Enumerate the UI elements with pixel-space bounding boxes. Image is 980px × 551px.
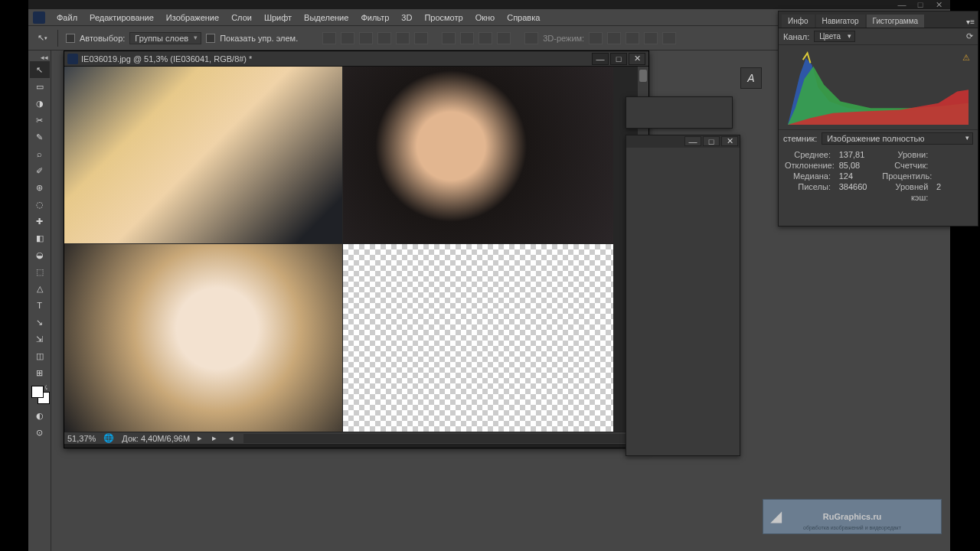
tab-navigator[interactable]: Навигатор: [816, 15, 865, 28]
tool-screenmode[interactable]: ⊙: [30, 424, 50, 441]
app-close-button[interactable]: ✕: [933, 1, 944, 8]
tool-lasso[interactable]: ◑: [30, 95, 50, 112]
align-vcenter-icon[interactable]: [341, 32, 354, 44]
image-quadrant-empty: [343, 244, 613, 432]
document-title: IE036019.jpg @ 51,3% (IE036041, RGB/8#) …: [81, 54, 252, 64]
tool-quickmask[interactable]: ◐: [30, 407, 50, 424]
menu-layer[interactable]: Слои: [226, 11, 257, 24]
show-transform-label: Показать упр. элем.: [220, 34, 298, 43]
tool-type[interactable]: T: [30, 297, 50, 314]
hscroll-left-icon[interactable]: ▸: [210, 433, 219, 443]
source-dropdown[interactable]: Изображение полностью: [822, 132, 973, 145]
character-panel-icon[interactable]: А: [744, 71, 758, 85]
doc-maximize-button[interactable]: □: [610, 53, 627, 65]
tool-eraser[interactable]: ✚: [30, 213, 50, 230]
tool-shape[interactable]: ⇲: [30, 331, 50, 347]
show-transform-checkbox[interactable]: [206, 34, 215, 43]
tool-history-brush[interactable]: ◌: [30, 196, 50, 213]
tool-dodge[interactable]: ⬚: [30, 263, 50, 280]
image-quadrant-1: [64, 67, 342, 243]
color-swatch[interactable]: ⤹: [30, 384, 50, 407]
menu-help[interactable]: Справка: [501, 11, 545, 24]
histogram-stats: Среднее:137,81 Уровни: Отклонение:85,08 …: [779, 146, 978, 209]
tool-heal[interactable]: ⌕: [30, 145, 50, 162]
align-left-icon[interactable]: [377, 32, 391, 44]
3d-zoom-icon[interactable]: [662, 32, 676, 44]
tool-crop[interactable]: ✂: [30, 112, 50, 129]
tab-info[interactable]: Инфо: [782, 15, 815, 28]
align-top-icon[interactable]: [322, 32, 336, 44]
menu-window[interactable]: Окно: [470, 11, 501, 24]
auto-select-checkbox[interactable]: [66, 34, 75, 43]
source-label: стемник:: [783, 134, 817, 143]
hscroll-play-icon[interactable]: ◂: [227, 433, 236, 443]
tool-marquee[interactable]: ▭: [30, 78, 50, 95]
floating-panel-tall[interactable]: — □ ✕: [626, 135, 740, 456]
tool-pen[interactable]: △: [30, 280, 50, 297]
app-minimize-button[interactable]: —: [897, 1, 907, 8]
doc-size-value: Док: 4,40M/6,96M: [122, 434, 190, 443]
tool-gradient[interactable]: ◧: [30, 230, 50, 246]
document-status-bar: 51,37% 🌐 Док: 4,40M/6,96M ▸ ▸ ◂ ▸: [64, 432, 648, 444]
align-right-icon[interactable]: [414, 32, 428, 44]
channel-label: Канал:: [783, 32, 809, 41]
tool-stamp[interactable]: ⊛: [30, 179, 50, 196]
doc-minimize-button[interactable]: —: [592, 53, 609, 65]
align-bottom-icon[interactable]: [359, 32, 373, 44]
tab-histogram[interactable]: Гистограмма: [867, 15, 925, 28]
auto-align-icon[interactable]: [524, 32, 538, 44]
3d-orbit-icon[interactable]: [589, 32, 603, 44]
tool-move[interactable]: ↖: [30, 61, 50, 78]
panel-close-icon[interactable]: ✕: [721, 136, 738, 146]
auto-select-label: Автовыбор:: [80, 34, 125, 43]
doc-close-button[interactable]: ✕: [629, 53, 645, 65]
panel-menu-icon[interactable]: ▾≡: [963, 16, 978, 28]
menu-edit[interactable]: Редактирование: [84, 11, 159, 24]
document-icon: [67, 54, 78, 64]
floating-panel-small[interactable]: [626, 96, 733, 129]
watermark-text: RuGraphics.ru: [823, 512, 881, 521]
menu-image[interactable]: Изображение: [161, 11, 224, 24]
app-maximize-button[interactable]: □: [915, 1, 926, 8]
distribute-left-icon[interactable]: [497, 32, 511, 44]
align-hcenter-icon[interactable]: [396, 32, 410, 44]
tool-path[interactable]: ↘: [30, 314, 50, 331]
panel-max-icon[interactable]: □: [703, 136, 720, 146]
tool-eyedropper[interactable]: ✎: [30, 129, 50, 145]
image-quadrant-3: [64, 244, 342, 432]
swap-colors-icon[interactable]: ⤹: [44, 384, 49, 391]
menu-3d[interactable]: 3D: [396, 11, 417, 24]
foreground-color[interactable]: [31, 386, 44, 398]
menu-select[interactable]: Выделение: [299, 11, 354, 24]
3d-roll-icon[interactable]: [607, 32, 621, 44]
panel-min-icon[interactable]: —: [684, 136, 701, 146]
distribute-vcenter-icon[interactable]: [460, 32, 474, 44]
tool-zoom[interactable]: ⊞: [30, 364, 50, 381]
collapsed-panel-strip: А: [740, 67, 762, 89]
toolbox-collapse-icon[interactable]: ◂◂: [30, 54, 50, 61]
menu-filter[interactable]: Фильтр: [355, 11, 394, 24]
doc-info-icon[interactable]: 🌐: [103, 433, 114, 443]
toolbox: ◂◂ ↖ ▭ ◑ ✂ ✎ ⌕ ✐ ⊛ ◌ ✚ ◧ ◒ ⬚ △ T ↘ ⇲ ◫ ⊞…: [28, 51, 51, 551]
tool-hand[interactable]: ◫: [30, 347, 50, 364]
distribute-bottom-icon[interactable]: [479, 32, 492, 44]
3d-pan-icon[interactable]: [626, 32, 639, 44]
histogram-display: ⚠: [779, 45, 978, 129]
horizontal-scrollbar[interactable]: [243, 434, 629, 443]
auto-select-dropdown[interactable]: Группы слоев: [129, 32, 201, 44]
menu-view[interactable]: Просмотр: [419, 11, 468, 24]
3d-slide-icon[interactable]: [644, 32, 658, 44]
menu-file[interactable]: Файл: [51, 11, 83, 24]
zoom-value[interactable]: 51,37%: [67, 434, 96, 443]
refresh-icon[interactable]: ⟳: [966, 31, 973, 41]
tool-brush[interactable]: ✐: [30, 162, 50, 179]
warning-icon[interactable]: ⚠: [962, 53, 970, 63]
channel-dropdown[interactable]: Цвета: [814, 31, 855, 42]
tool-blur[interactable]: ◒: [30, 246, 50, 263]
move-tool-icon: ↖▾: [34, 31, 50, 46]
distribute-top-icon[interactable]: [442, 32, 456, 44]
menu-type[interactable]: Шрифт: [259, 11, 297, 24]
document-window: IE036019.jpg @ 51,3% (IE036041, RGB/8#) …: [64, 51, 649, 448]
canvas[interactable]: [64, 67, 648, 432]
image-quadrant-2: [343, 67, 613, 243]
